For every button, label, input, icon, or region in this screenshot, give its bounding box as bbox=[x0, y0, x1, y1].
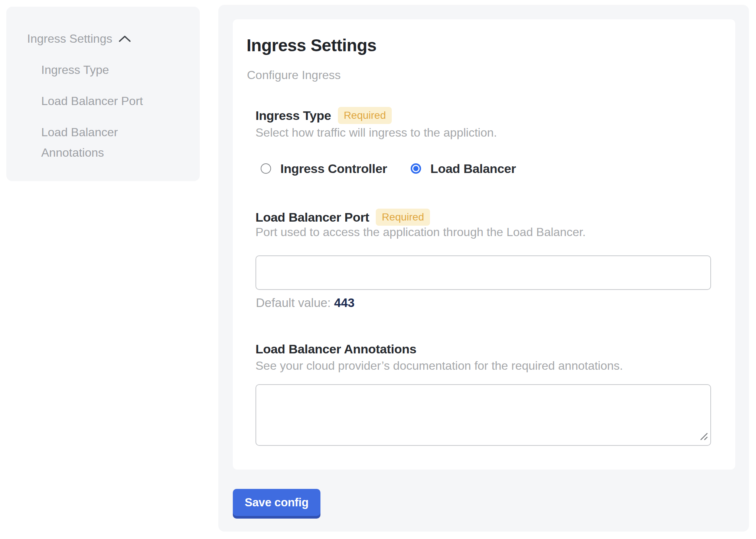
ingress-type-description: Select how traffic will ingress to the a… bbox=[255, 126, 497, 140]
load-balancer-port-input[interactable] bbox=[255, 255, 711, 290]
load-balancer-annotations-textarea[interactable] bbox=[255, 384, 711, 446]
ingress-type-label: Ingress Type bbox=[255, 108, 331, 123]
settings-nav-sidebar: Ingress Settings Ingress Type Load Balan… bbox=[6, 7, 200, 181]
ingress-settings-card: Ingress Settings Configure Ingress Ingre… bbox=[233, 19, 735, 470]
load-balancer-annotations-description: See your cloud provider’s documentation … bbox=[255, 359, 623, 373]
radio-option-label: Load Balancer bbox=[430, 161, 516, 176]
sidebar-item-load-balancer-annotations[interactable]: Load Balancer Annotations bbox=[41, 122, 171, 163]
save-config-button[interactable]: Save config bbox=[233, 489, 320, 516]
sidebar-section-ingress-settings[interactable]: Ingress Settings bbox=[27, 28, 131, 49]
load-balancer-port-description: Port used to access the application thro… bbox=[255, 225, 586, 239]
load-balancer-port-heading-row: Load Balancer Port Required bbox=[255, 209, 430, 226]
radio-button-icon[interactable] bbox=[411, 163, 421, 174]
annotations-textarea-wrap bbox=[255, 384, 711, 446]
ingress-type-heading-row: Ingress Type Required bbox=[255, 107, 392, 124]
load-balancer-annotations-heading-row: Load Balancer Annotations bbox=[255, 342, 416, 356]
sidebar-section-label: Ingress Settings bbox=[27, 28, 112, 49]
sidebar-item-load-balancer-port[interactable]: Load Balancer Port bbox=[41, 91, 171, 111]
radio-option-label: Ingress Controller bbox=[280, 161, 387, 176]
radio-option-load-balancer[interactable]: Load Balancer bbox=[411, 161, 516, 176]
page-subtitle: Configure Ingress bbox=[247, 68, 341, 82]
page-title: Ingress Settings bbox=[247, 35, 377, 55]
radio-button-icon[interactable] bbox=[261, 163, 271, 174]
load-balancer-annotations-label: Load Balancer Annotations bbox=[255, 342, 416, 356]
required-badge: Required bbox=[376, 209, 430, 226]
radio-option-ingress-controller[interactable]: Ingress Controller bbox=[261, 161, 387, 176]
default-value-row: Default value:443 bbox=[256, 296, 355, 310]
sidebar-item-ingress-type[interactable]: Ingress Type bbox=[41, 60, 171, 80]
settings-panel: Ingress Settings Configure Ingress Ingre… bbox=[218, 5, 749, 532]
default-value-label: Default value: bbox=[256, 296, 331, 310]
required-badge: Required bbox=[338, 107, 392, 124]
load-balancer-port-label: Load Balancer Port bbox=[255, 210, 369, 225]
default-value: 443 bbox=[334, 296, 355, 310]
chevron-up-icon bbox=[118, 35, 131, 43]
sidebar-items: Ingress Type Load Balancer Port Load Bal… bbox=[27, 60, 185, 163]
